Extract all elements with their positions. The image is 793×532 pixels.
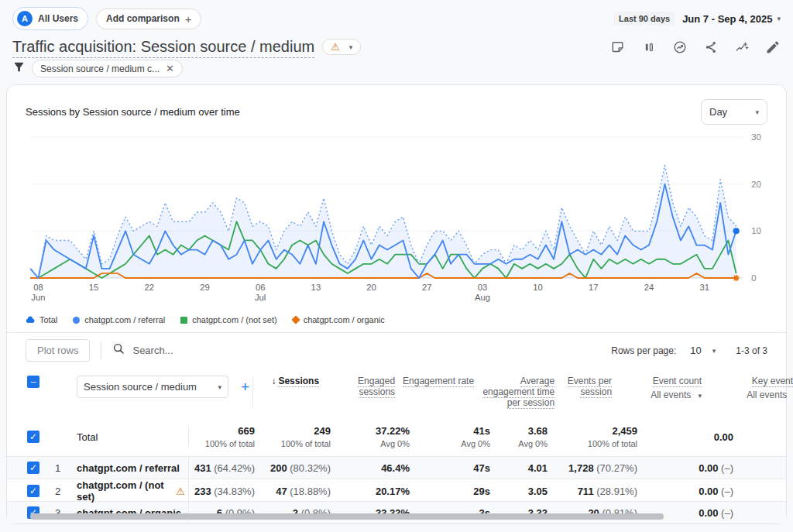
all-users-label: All Users bbox=[38, 13, 78, 24]
filter-chip-label: Session source / medium c... bbox=[40, 63, 160, 74]
sessions-over-time-chart[interactable]: 010203008Jun15222906Jul13202703Aug101724… bbox=[7, 128, 786, 312]
avatar: A bbox=[17, 11, 33, 26]
row-checkbox[interactable]: ✓ bbox=[27, 485, 39, 497]
add-comparison-label: Add comparison bbox=[106, 13, 180, 24]
chevron-down-icon: ▾ bbox=[349, 43, 353, 51]
svg-text:08: 08 bbox=[33, 283, 43, 292]
event-count-filter[interactable]: All events ▾ bbox=[618, 390, 702, 400]
column-header-engagement-rate[interactable]: Engagement rate bbox=[398, 376, 477, 386]
add-dimension-button[interactable]: + bbox=[241, 379, 249, 396]
data-quality-warning-pill[interactable]: ⚠ ▾ bbox=[322, 39, 361, 55]
table-row[interactable]: ✓ 3 chatgpt.com / organic 6 (0.9%) 2 (0.… bbox=[7, 501, 786, 523]
row-dimension-value: chatgpt.com / (not set)⚠ bbox=[74, 479, 188, 503]
square-marker-icon bbox=[180, 317, 187, 324]
comparison-bar: A All Users Add comparison + Last 90 day… bbox=[0, 0, 793, 35]
svg-text:0: 0 bbox=[751, 273, 756, 283]
svg-text:Aug: Aug bbox=[475, 293, 490, 302]
report-card: Sessions by Session source / medium over… bbox=[6, 84, 787, 524]
svg-text:03: 03 bbox=[478, 283, 488, 292]
divider bbox=[101, 342, 101, 359]
column-header-engaged-sessions[interactable]: Engaged sessions bbox=[322, 376, 398, 397]
plus-icon: + bbox=[185, 12, 192, 26]
search-input[interactable] bbox=[132, 345, 287, 356]
svg-text:Jul: Jul bbox=[255, 293, 266, 302]
legend-not-set: chatgpt.com / (not set) bbox=[180, 315, 276, 324]
close-icon[interactable]: ✕ bbox=[166, 63, 174, 74]
svg-text:31: 31 bbox=[699, 283, 709, 292]
date-range-value: Jun 7 - Sep 4, 2025 bbox=[682, 13, 772, 25]
column-header-avg-engagement-time[interactable]: Average engagement time per session bbox=[477, 376, 558, 408]
legend-organic: chatgpt.com / organic bbox=[293, 315, 385, 324]
select-all-checkbox[interactable]: – bbox=[27, 376, 39, 388]
edit-icon[interactable] bbox=[765, 39, 781, 55]
insights-icon[interactable] bbox=[672, 39, 688, 55]
warning-icon: ⚠ bbox=[176, 486, 185, 496]
last-90-days-badge: Last 90 days bbox=[614, 12, 675, 26]
sort-desc-icon: ↓ bbox=[271, 376, 276, 386]
svg-text:10: 10 bbox=[751, 226, 761, 235]
row-checkbox[interactable]: ✓ bbox=[27, 431, 39, 443]
circle-marker-icon bbox=[73, 317, 80, 324]
table-row[interactable]: ✓ 2 chatgpt.com / (not set)⚠ 233 (34.83%… bbox=[7, 479, 786, 501]
column-header-event-count[interactable]: Event count All events ▾ bbox=[615, 376, 705, 400]
chevron-down-icon[interactable]: ▾ bbox=[712, 347, 716, 355]
svg-text:15: 15 bbox=[89, 283, 99, 292]
chart-legend: Total chatgpt.com / referral chatgpt.com… bbox=[7, 312, 786, 332]
row-dimension-value: chatgpt.com / referral bbox=[74, 462, 188, 474]
pagination-range: 1-3 of 3 bbox=[736, 345, 767, 356]
diamond-marker-icon bbox=[291, 315, 300, 324]
filter-funnel-icon bbox=[12, 60, 26, 77]
date-range-selector[interactable]: Jun 7 - Sep 4, 2025 ▾ bbox=[682, 13, 781, 25]
table-total-row: ✓ Total 669100% of total 249100% of tota… bbox=[7, 419, 786, 456]
svg-text:29: 29 bbox=[200, 283, 210, 292]
svg-text:30: 30 bbox=[751, 132, 761, 142]
row-checkbox[interactable]: ✓ bbox=[27, 462, 39, 474]
comparison-icon[interactable] bbox=[641, 39, 657, 55]
chevron-down-icon: ▾ bbox=[218, 383, 221, 391]
table-search[interactable] bbox=[112, 342, 600, 359]
chevron-down-icon: ▾ bbox=[755, 108, 759, 116]
horizontal-scrollbar[interactable] bbox=[30, 513, 664, 520]
all-users-chip[interactable]: A All Users bbox=[12, 7, 88, 30]
table-row[interactable]: ✓ 1 chatgpt.com / referral 431 (64.42%) … bbox=[7, 456, 786, 479]
dimension-selector[interactable]: Session source / medium▾ bbox=[77, 376, 228, 398]
chevron-down-icon: ▾ bbox=[777, 15, 781, 22]
svg-text:20: 20 bbox=[751, 180, 761, 189]
plot-rows-button[interactable]: Plot rows bbox=[26, 339, 90, 362]
svg-text:24: 24 bbox=[644, 283, 654, 292]
svg-text:Jun: Jun bbox=[31, 293, 45, 302]
granularity-selector[interactable]: Day ▾ bbox=[701, 99, 767, 125]
column-header-key-events[interactable]: Key events All events ▾ bbox=[705, 376, 793, 400]
svg-text:10: 10 bbox=[533, 283, 543, 292]
share-icon[interactable] bbox=[703, 39, 719, 55]
add-comparison-button[interactable]: Add comparison + bbox=[96, 9, 201, 29]
cloud-marker-icon bbox=[26, 316, 35, 324]
column-header-sessions[interactable]: ↓Sessions bbox=[252, 376, 322, 408]
svg-text:20: 20 bbox=[366, 283, 376, 292]
svg-text:27: 27 bbox=[422, 283, 432, 292]
rows-per-page-label: Rows per page: bbox=[611, 345, 676, 356]
rows-per-page-value[interactable]: 10 bbox=[690, 345, 701, 356]
key-events-filter[interactable]: All events ▾ bbox=[708, 390, 793, 400]
search-icon bbox=[112, 342, 125, 359]
total-label: Total bbox=[74, 431, 188, 443]
svg-text:13: 13 bbox=[311, 283, 321, 292]
filter-chip[interactable]: Session source / medium c... ✕ bbox=[32, 60, 183, 77]
svg-text:17: 17 bbox=[589, 283, 599, 292]
note-icon[interactable] bbox=[610, 39, 626, 55]
warning-icon: ⚠ bbox=[331, 42, 340, 52]
chart-title: Sessions by Session source / medium over… bbox=[26, 106, 240, 118]
svg-text:22: 22 bbox=[145, 283, 155, 292]
data-table: – Session source / medium▾ + ↓Sessions E… bbox=[7, 368, 786, 523]
trending-icon[interactable] bbox=[734, 39, 750, 55]
granularity-value: Day bbox=[709, 106, 727, 118]
legend-total: Total bbox=[26, 315, 57, 324]
svg-text:06: 06 bbox=[256, 283, 266, 292]
column-header-events-per-session[interactable]: Events per session bbox=[558, 376, 615, 397]
page-title: Traffic acquisition: Session source / me… bbox=[12, 38, 314, 56]
legend-referral: chatgpt.com / referral bbox=[73, 315, 165, 324]
